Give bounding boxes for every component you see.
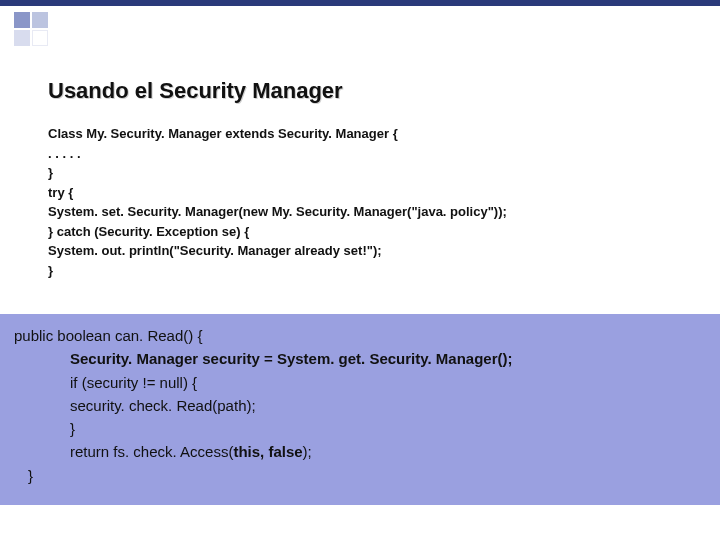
code2-line5: } bbox=[14, 417, 706, 440]
code1-line6: } catch (Security. Exception se) { bbox=[48, 222, 688, 242]
deco-sq-3 bbox=[14, 30, 30, 46]
code2-l6b: this, false bbox=[233, 443, 302, 460]
code2-l6a: return fs. check. Access( bbox=[70, 443, 233, 460]
code-block-example: public boolean can. Read() { Security. M… bbox=[0, 314, 720, 505]
code1-line4: try { bbox=[48, 183, 688, 203]
top-border bbox=[0, 0, 720, 6]
corner-decoration bbox=[14, 12, 48, 46]
slide-title: Usando el Security Manager bbox=[48, 78, 343, 104]
code2-line3: if (security != null) { bbox=[14, 371, 706, 394]
code1-line3: } bbox=[48, 163, 688, 183]
code1-line2: . . . . . bbox=[48, 144, 688, 164]
code2-l6c: ); bbox=[303, 443, 312, 460]
code-block-main: Class My. Security. Manager extends Secu… bbox=[48, 124, 688, 280]
code2-line1: public boolean can. Read() { bbox=[14, 324, 706, 347]
code1-line7: System. out. println("Security. Manager … bbox=[48, 241, 688, 261]
deco-sq-2 bbox=[32, 12, 48, 28]
code2-line4: security. check. Read(path); bbox=[14, 394, 706, 417]
code2-line7: } bbox=[14, 464, 706, 487]
deco-sq-1 bbox=[14, 12, 30, 28]
code1-line5: System. set. Security. Manager(new My. S… bbox=[48, 202, 688, 222]
code1-line8: } bbox=[48, 261, 688, 281]
deco-sq-4 bbox=[32, 30, 48, 46]
code1-line1: Class My. Security. Manager extends Secu… bbox=[48, 124, 688, 144]
code2-line6: return fs. check. Access(this, false); bbox=[14, 440, 706, 463]
code2-line2: Security. Manager security = System. get… bbox=[14, 347, 706, 370]
